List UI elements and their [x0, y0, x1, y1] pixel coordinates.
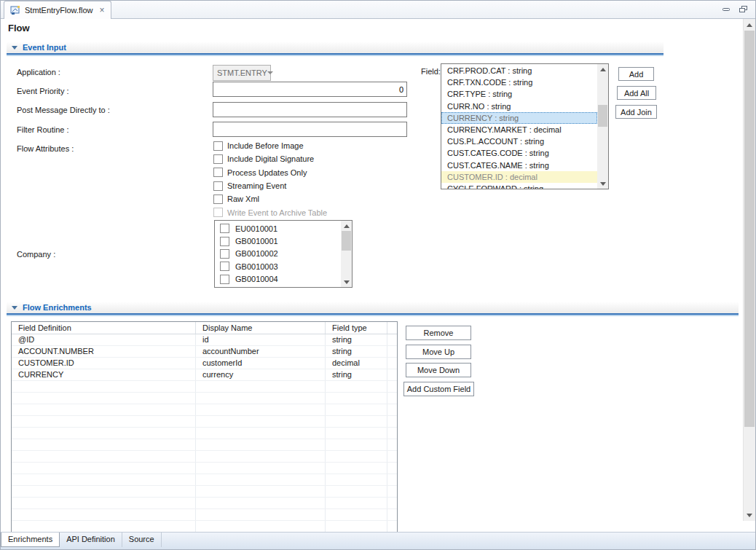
flow-attribute-option[interactable]: Raw Xml [213, 192, 327, 205]
scroll-down-icon[interactable] [744, 510, 755, 520]
table-cell [387, 439, 397, 450]
field-list-scrollbar[interactable] [597, 64, 608, 189]
column-header[interactable]: Field Definition [12, 322, 196, 334]
company-list[interactable]: EU0010001GB0010001GB0010002GB0010003GB00… [214, 220, 353, 288]
add-all-button[interactable]: Add All [617, 86, 656, 100]
table-cell [196, 498, 326, 508]
editor-tab-stmtentryflow[interactable]: StmtEntryFlow.flow × [4, 1, 111, 19]
event-priority-input[interactable] [213, 82, 407, 97]
scrollbar-thumb[interactable] [598, 105, 607, 127]
flow-attribute-option[interactable]: Include Before Image [213, 139, 327, 152]
field-option[interactable]: CUS.PL.ACCOUNT : string [441, 135, 597, 147]
table-cell [387, 463, 397, 474]
table-cell [326, 404, 387, 415]
table-cell [326, 486, 387, 497]
scroll-up-icon[interactable] [744, 20, 755, 30]
filter-routine-input[interactable] [213, 122, 407, 137]
event-input-section-header[interactable]: Event Input [7, 42, 664, 55]
add-custom-field-button[interactable]: Add Custom Field [403, 382, 474, 396]
scroll-down-icon[interactable] [597, 178, 608, 189]
flow-enrichments-section-header[interactable]: Flow Enrichments [7, 302, 739, 315]
company-option[interactable]: GB0010002 [215, 248, 341, 260]
scrollbar-thumb[interactable] [744, 31, 755, 427]
checkbox-label: Include Before Image [227, 141, 304, 150]
table-cell [326, 509, 387, 520]
flow-attribute-option[interactable]: Include Digital Signature [213, 152, 327, 165]
column-header[interactable]: Field type [326, 322, 387, 334]
checkbox-icon[interactable] [213, 195, 223, 204]
checkbox-icon[interactable] [220, 262, 229, 271]
scroll-down-icon[interactable] [341, 277, 352, 287]
field-option[interactable]: CURRENCY.MARKET : decimal [441, 124, 597, 135]
field-option[interactable]: CYCLE.FORWARD : string [441, 183, 597, 189]
checkbox-icon[interactable] [213, 154, 223, 164]
application-select: STMT.ENTRY [213, 65, 271, 81]
table-row[interactable]: @IDidstring [12, 334, 397, 346]
company-option[interactable]: GB0010004 [215, 273, 341, 286]
table-row[interactable]: CURRENCYcurrencystring [12, 369, 397, 381]
close-tab-icon[interactable]: × [100, 6, 105, 15]
table-row-empty [12, 486, 397, 498]
checkbox-icon[interactable] [213, 141, 223, 151]
collapse-triangle-icon [12, 306, 17, 310]
enrichments-table[interactable]: Field DefinitionDisplay NameField type @… [11, 321, 398, 533]
field-list[interactable]: CRF.PROD.CAT : stringCRF.TXN.CODE : stri… [441, 63, 609, 189]
company-list-scrollbar[interactable] [341, 221, 352, 287]
flow-attribute-option[interactable]: Process Updates Only [213, 166, 327, 179]
tab-source[interactable]: Source [122, 533, 162, 547]
checkbox-icon[interactable] [220, 287, 229, 288]
application-label: Application : [17, 68, 60, 76]
tab-api-definition[interactable]: API Definition [60, 533, 122, 547]
add-button[interactable]: Add [618, 67, 654, 81]
table-cell [196, 439, 326, 450]
field-option[interactable]: CUST.CATEG.CODE : string [441, 147, 597, 159]
table-cell [387, 416, 397, 427]
field-option[interactable]: CURRENCY : string [441, 112, 597, 124]
filter-routine-label: Filter Routine : [17, 125, 69, 134]
checkbox-label: Streaming Event [227, 181, 286, 190]
field-option[interactable]: CURR.NO : string [441, 101, 597, 112]
table-row[interactable]: ACCOUNT.NUMBERaccountNumberstring [12, 346, 397, 358]
table-cell [12, 439, 196, 450]
scrollbar-thumb[interactable] [342, 231, 351, 251]
table-cell [387, 346, 397, 357]
company-label: Company : [17, 250, 55, 259]
table-cell [196, 521, 326, 532]
field-option[interactable]: CRF.TXN.CODE : string [441, 76, 597, 88]
restore-icon[interactable] [739, 5, 748, 13]
column-header[interactable]: Display Name [196, 322, 326, 334]
minimize-icon[interactable] [722, 6, 731, 13]
add-join-button[interactable]: Add Join [615, 105, 657, 119]
move-down-button[interactable]: Move Down [406, 363, 471, 377]
move-up-button[interactable]: Move Up [406, 345, 471, 359]
table-cell [196, 509, 326, 520]
company-option[interactable]: EU0010001 [215, 222, 341, 235]
field-option[interactable]: CRF.PROD.CAT : string [441, 65, 597, 76]
field-option[interactable]: CUSTOMER.ID : decimal [441, 171, 597, 183]
field-option[interactable]: CUST.CATEG.NAME : string [441, 160, 597, 171]
view-controls [722, 5, 748, 13]
checkbox-icon[interactable] [220, 275, 229, 284]
company-option[interactable]: GB0010001 [215, 235, 341, 247]
scroll-up-icon[interactable] [341, 221, 352, 231]
checkbox-icon[interactable] [220, 224, 229, 233]
table-cell: currency [196, 369, 326, 380]
field-option[interactable]: CRF.TYPE : string [441, 88, 597, 100]
checkbox-label: Write Event to Archive Table [227, 208, 327, 217]
table-row[interactable]: CUSTOMER.IDcustomerIddecimal [12, 358, 397, 369]
tab-enrichments[interactable]: Enrichments [1, 533, 60, 547]
company-option[interactable]: GB0010003 [215, 260, 341, 272]
company-option[interactable]: GB0010005 [215, 286, 341, 288]
table-cell [326, 451, 387, 462]
checkbox-icon[interactable] [213, 181, 223, 191]
checkbox-icon[interactable] [220, 249, 229, 259]
table-cell [387, 428, 397, 439]
checkbox-icon[interactable] [220, 237, 229, 246]
scroll-up-icon[interactable] [597, 64, 608, 74]
remove-button[interactable]: Remove [406, 326, 471, 340]
editor-scrollbar[interactable] [743, 19, 755, 521]
checkbox-icon[interactable] [213, 168, 223, 177]
table-cell [196, 428, 326, 439]
post-message-input[interactable] [213, 102, 407, 117]
flow-attribute-option[interactable]: Streaming Event [213, 179, 327, 192]
